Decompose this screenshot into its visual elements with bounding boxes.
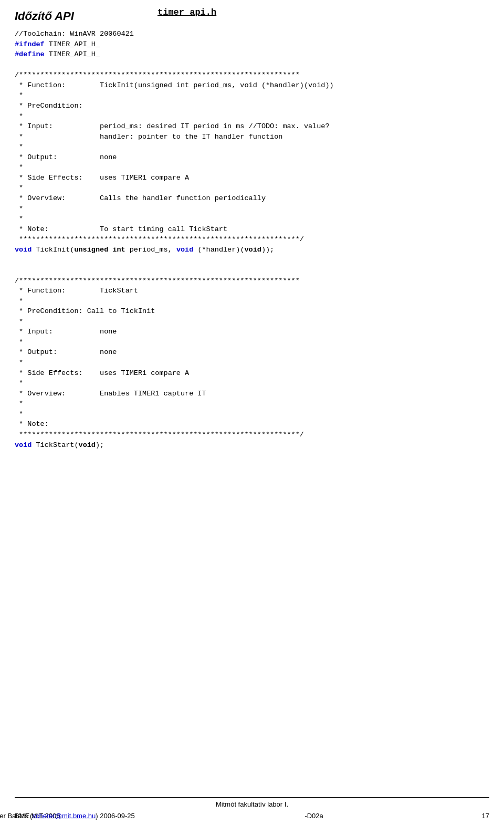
comment-star-blank-15: * xyxy=(15,410,23,418)
footer-center-label: Mitmót fakultatív labor I. xyxy=(0,800,504,808)
footer-links: Csordás Péter (csordas@mit.bme.hu),Scher… xyxy=(0,812,252,820)
comment-precond-1: * PreCondition: xyxy=(15,102,83,110)
comment-stars-end-1: ****************************************… xyxy=(15,235,304,243)
comment-star-blank-2: * xyxy=(15,112,23,120)
kw-int: int xyxy=(112,246,125,254)
kw-void-3: void xyxy=(245,246,261,254)
footer-date: 2006-09-25 xyxy=(100,812,135,820)
kw-define: #define xyxy=(15,50,45,58)
comment-stars-end-2: ****************************************… xyxy=(15,431,304,438)
comment-input-1: * Input: period_ms: desired IT period in… xyxy=(15,122,330,130)
kw-void-1: void xyxy=(15,246,32,254)
comment-output-1: * Output: none xyxy=(15,153,117,161)
comment-note-2: * Note: xyxy=(15,420,49,428)
kw-ifndef: #ifndef xyxy=(15,40,45,48)
kw-void-2: void xyxy=(176,246,193,254)
comment-star-blank-7: * xyxy=(15,205,23,213)
file-heading: timer_api.h xyxy=(158,7,216,17)
comment-precond-2: * PreCondition: Call to TickInit xyxy=(15,307,155,315)
comment-input-2: * Input: none xyxy=(15,328,117,336)
footer-author2-name: Scherer Balázs xyxy=(0,812,28,820)
comment-toolchain: //Toolchain: WinAVR 20060421 xyxy=(15,30,134,38)
comment-star-blank-13: * xyxy=(15,379,23,387)
comment-star-blank-10: * xyxy=(15,318,23,326)
comment-star-blank-9: * xyxy=(15,297,23,305)
comment-side-1: * Side Effects: uses TIMER1 compare A xyxy=(15,174,189,182)
comment-star-blank-12: * xyxy=(15,359,23,367)
comment-overview-2: * Overview: Enables TIMER1 capture IT xyxy=(15,390,206,398)
comment-star-blank-11: * xyxy=(15,338,23,346)
kw-void-4: void xyxy=(15,441,32,449)
kw-void-5: void xyxy=(79,441,96,449)
comment-star-blank-3: * handler: pointer to the IT handler fun… xyxy=(15,133,282,141)
footer-right: 17 xyxy=(482,812,489,820)
comment-note-1: * Note: To start timing call TickStart xyxy=(15,225,227,233)
comment-function-2: * Function: TickStart xyxy=(15,287,138,295)
comment-star-blank-6: * xyxy=(15,184,23,192)
comment-star-blank-4: * xyxy=(15,143,23,151)
comment-output-2: * Output: none xyxy=(15,348,117,356)
comment-overview-1: * Overview: Calls the handler function p… xyxy=(15,194,266,202)
page-title: Időzítő API xyxy=(15,9,74,23)
kw-unsigned: unsigned xyxy=(74,246,108,254)
footer-divider xyxy=(15,797,489,798)
comment-stars-1: /***************************************… xyxy=(15,71,300,79)
comment-star-blank-1: * xyxy=(15,91,23,99)
code-block: //Toolchain: WinAVR 20060421 #ifndef TIM… xyxy=(15,29,489,450)
comment-side-2: * Side Effects: uses TIMER1 compare A xyxy=(15,369,189,377)
comment-star-blank-14: * xyxy=(15,400,23,408)
comment-function-1: * Function: TickInit(unsigned int period… xyxy=(15,81,334,89)
comment-star-blank-5: * xyxy=(15,163,23,171)
footer-doc-id: -D02a xyxy=(304,812,323,820)
comment-stars-2: /***************************************… xyxy=(15,277,300,285)
comment-star-blank-8: * xyxy=(15,215,23,223)
footer-author2-email[interactable]: scherer@mit.bme.hu xyxy=(32,812,96,820)
